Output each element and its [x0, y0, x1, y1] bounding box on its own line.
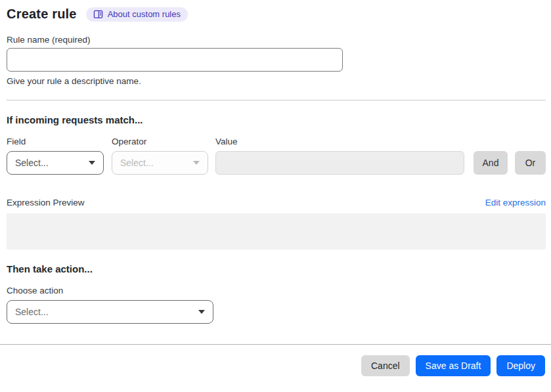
- rule-name-help: Give your rule a descriptive name.: [7, 76, 546, 86]
- footer-divider: [0, 344, 551, 345]
- field-label: Field: [7, 137, 112, 146]
- chevron-down-icon: [193, 161, 200, 165]
- book-icon: [93, 10, 103, 19]
- choose-action-select[interactable]: Select...: [7, 300, 213, 324]
- rule-name-input[interactable]: [7, 48, 343, 72]
- operator-select[interactable]: Select...: [112, 151, 208, 175]
- field-select-value: Select...: [15, 158, 49, 168]
- section-divider: [7, 100, 546, 100]
- page-title: Create rule: [7, 7, 77, 22]
- deploy-button[interactable]: Deploy: [496, 355, 545, 376]
- expression-header: Expression Preview Edit expression: [7, 198, 546, 207]
- or-button[interactable]: Or: [515, 151, 546, 175]
- choose-action-label: Choose action: [7, 286, 546, 295]
- operator-select-value: Select...: [120, 158, 154, 168]
- value-label: Value: [215, 137, 546, 146]
- footer-actions: Cancel Save as Draft Deploy: [7, 355, 546, 376]
- operator-label: Operator: [112, 137, 215, 146]
- about-badge-label: About custom rules: [108, 9, 181, 20]
- cancel-button[interactable]: Cancel: [361, 355, 410, 376]
- chevron-down-icon: [89, 161, 95, 165]
- rule-name-label: Rule name (required): [7, 35, 546, 45]
- about-custom-rules-badge[interactable]: About custom rules: [86, 7, 188, 22]
- save-as-draft-button[interactable]: Save as Draft: [416, 355, 491, 376]
- match-controls-row: Select... Select... And Or: [7, 151, 546, 175]
- action-section-heading: Then take action...: [7, 263, 546, 274]
- title-row: Create rule About custom rules: [7, 7, 546, 22]
- expression-preview-panel: [7, 213, 546, 250]
- and-button[interactable]: And: [474, 151, 508, 175]
- expression-preview-label: Expression Preview: [7, 198, 85, 207]
- value-input[interactable]: [215, 151, 464, 175]
- field-select[interactable]: Select...: [7, 151, 104, 175]
- choose-action-value: Select...: [15, 307, 49, 317]
- chevron-down-icon: [198, 310, 205, 314]
- create-rule-page: Create rule About custom rules Rule name…: [0, 0, 551, 376]
- edit-expression-link[interactable]: Edit expression: [485, 198, 546, 207]
- match-labels-row: Field Operator Value: [7, 137, 546, 146]
- match-section-heading: If incoming requests match...: [7, 114, 546, 125]
